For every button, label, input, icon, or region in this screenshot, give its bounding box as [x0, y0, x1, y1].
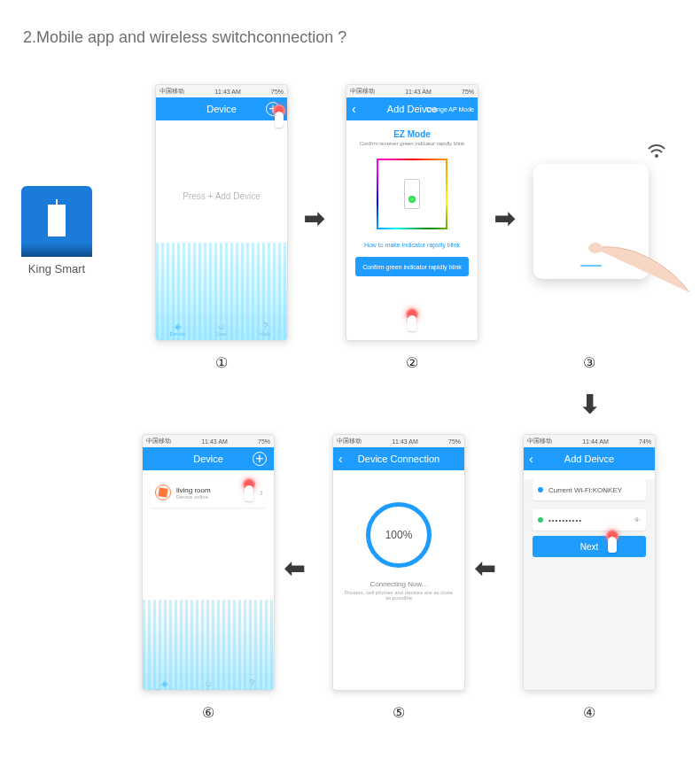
device-icon [155, 484, 171, 500]
phone-step5: 中国移动11:43 AM75% ‹ Device Connection 100%… [332, 434, 465, 691]
step-number-4: ④ [523, 704, 656, 721]
back-button[interactable]: ‹ [352, 102, 356, 116]
arrow-down-icon: ⬇ [579, 390, 600, 419]
wifi-icon [647, 142, 666, 162]
navbar-title: Add Deivce [564, 453, 614, 464]
back-button[interactable]: ‹ [529, 452, 533, 466]
tab-user[interactable]: ☺User [186, 675, 229, 691]
phone-step4: 中国移动11:44 AM74% ‹ Add Deivce Current Wi-… [523, 434, 656, 691]
arrow-right-icon: ➡ [304, 204, 324, 233]
arrow-left-icon: ⬅ [284, 554, 305, 583]
add-button[interactable]: + [253, 452, 267, 466]
status-bar: 中国移动11:43 AM75% [333, 435, 464, 447]
navbar-title: Device [206, 104, 237, 114]
connecting-hint: Routers, cell phones and devices are as … [333, 590, 464, 601]
password-field[interactable]: •••••••••• 👁 [533, 509, 646, 531]
mode-subtitle: Confirm receiver green indicator rapidly… [346, 141, 478, 146]
arrow-right-icon: ➡ [494, 204, 515, 233]
app-icon [21, 186, 92, 257]
navbar-title: Device [193, 453, 223, 464]
next-button[interactable]: Next [533, 536, 646, 557]
step-number-5: ⑤ [332, 704, 465, 721]
tab-user[interactable]: ☺User [199, 318, 243, 340]
navbar: Device + [156, 97, 287, 120]
add-button[interactable]: + [266, 102, 280, 116]
navbar: ‹ Add Deivce [524, 447, 655, 470]
navbar: Device + [143, 447, 274, 470]
wifi-field[interactable]: Current Wi-Fi:KONKEY [533, 479, 646, 500]
tab-device[interactable]: ◈Device [143, 675, 186, 691]
navbar-title: Device Connection [358, 453, 439, 464]
tab-help[interactable]: ?Help [230, 675, 274, 691]
step-number-2: ② [346, 354, 478, 371]
navbar: ‹ Device Connection [333, 447, 464, 470]
navbar: ‹ Add Deivce Change AP Mode [346, 97, 478, 120]
tab-bar: ◈Device ☺User ?Help [143, 674, 274, 691]
tab-help[interactable]: ?Help [244, 318, 287, 340]
mode-label: EZ Mode [346, 129, 478, 139]
empty-hint: Press + Add Device [156, 191, 287, 201]
phone-step1: 中国移动11:43 AM75% Device + Press + Add Dev… [155, 84, 288, 341]
arrow-left-icon: ⬅ [475, 554, 495, 583]
change-mode-link[interactable]: Change AP Mode [425, 106, 474, 112]
app-label: King Smart [21, 262, 92, 275]
status-bar: 中国移动11:43 AM75% [156, 85, 287, 97]
confirm-button[interactable]: Confirm green indicator rapidly blink [355, 257, 469, 276]
phone-step2: 中国移动11:43 AM75% ‹ Add Deivce Change AP M… [346, 84, 478, 341]
status-bar: 中国移动11:43 AM75% [346, 85, 478, 97]
device-indicator-ring [377, 159, 447, 229]
phone-step6: 中国移动11:43 AM75% Device + living room Dev… [142, 434, 275, 691]
tab-device[interactable]: ◈Device [156, 318, 199, 340]
device-row[interactable]: living room Device online › [150, 477, 267, 508]
help-link[interactable]: How to make indicator rapidly blink [346, 242, 478, 248]
step-number-3: ③ [523, 354, 656, 371]
svg-point-1 [588, 243, 603, 253]
step-number-1: ① [155, 354, 288, 371]
visibility-toggle-icon[interactable]: 👁 [634, 516, 641, 524]
svg-point-0 [655, 154, 658, 158]
tab-bar: ◈Device ☺User ?Help [156, 317, 287, 340]
chevron-right-icon: › [260, 486, 263, 499]
back-button[interactable]: ‹ [338, 452, 343, 466]
page-heading: 2.Mobile app and wireless switchconnecti… [23, 28, 346, 47]
connecting-text: Connecting Now... [333, 580, 464, 588]
hand-illustration [585, 239, 691, 310]
step-number-6: ⑥ [142, 704, 275, 721]
status-bar: 中国移动11:44 AM74% [524, 435, 655, 447]
status-bar: 中国移动11:43 AM75% [143, 435, 274, 447]
progress-circle: 100% [366, 502, 432, 568]
